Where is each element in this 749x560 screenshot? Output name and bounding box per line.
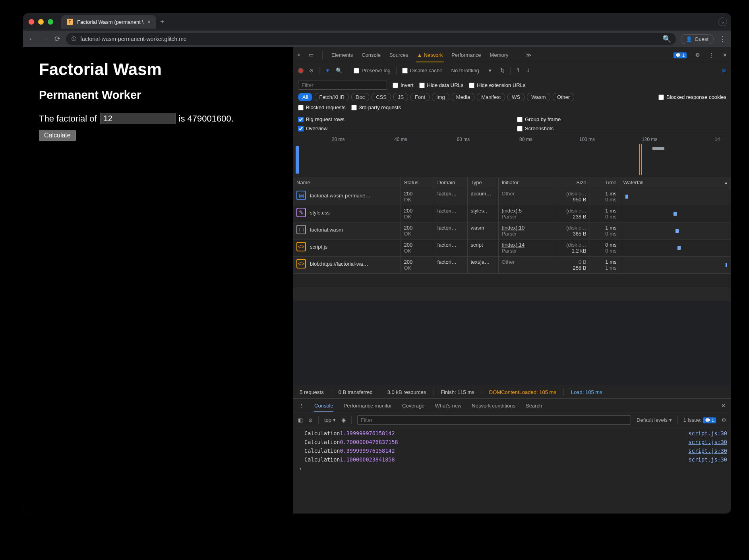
log-source-link[interactable]: script.js:30 <box>688 439 727 445</box>
request-row[interactable]: <>blob:https://factorial-wa…200OKfactori… <box>293 257 731 274</box>
hide-data-urls-checkbox[interactable]: Hide data URLs <box>419 82 464 88</box>
filter-pill-wasm[interactable]: Wasm <box>527 93 550 101</box>
group-by-frame-checkbox[interactable]: Group by frame <box>517 116 726 122</box>
blocked-cookies-checkbox[interactable]: Blocked response cookies <box>658 94 726 100</box>
close-tab-button[interactable]: × <box>147 19 151 25</box>
filter-pill-css[interactable]: CSS <box>372 93 391 101</box>
forward-button[interactable]: → <box>41 35 48 43</box>
network-timeline[interactable]: 20 ms40 ms60 ms80 ms100 ms120 ms14 <box>293 135 731 177</box>
clear-button[interactable]: ⊘ <box>309 68 314 73</box>
console-output[interactable]: Calculation 1.399999976158142script.js:3… <box>293 427 731 514</box>
invert-checkbox[interactable]: Invert <box>393 82 414 88</box>
devtools-tab-sources[interactable]: Sources <box>389 52 408 58</box>
overview-checkbox[interactable]: Overview <box>298 126 507 131</box>
zoom-icon[interactable]: 🔍 <box>662 35 670 43</box>
column-header-status[interactable]: Status <box>401 177 434 188</box>
filter-pill-other[interactable]: Other <box>553 93 575 101</box>
minimize-window-button[interactable] <box>38 19 44 25</box>
network-settings-icon[interactable]: ⚙ <box>722 68 726 73</box>
column-header-size[interactable]: Size <box>554 177 590 188</box>
drawer-tab-search[interactable]: Search <box>526 403 542 409</box>
column-header-waterfall[interactable]: Waterfall ▴ <box>620 177 731 188</box>
clear-console-icon[interactable]: ⊘ <box>308 417 313 423</box>
hide-extension-urls-checkbox[interactable]: Hide extension URLs <box>469 82 525 88</box>
record-button[interactable] <box>298 68 304 73</box>
drawer-tab-console[interactable]: Console <box>314 403 333 409</box>
drawer-menu-button[interactable]: ⋮ <box>299 403 304 409</box>
live-expression-icon[interactable]: ◉ <box>341 417 346 423</box>
log-source-link[interactable]: script.js:30 <box>688 430 727 436</box>
filter-toggle-icon[interactable]: ▼ <box>325 68 330 73</box>
log-source-link[interactable]: script.js:30 <box>688 456 727 463</box>
devtools-tab-console[interactable]: Console <box>362 52 381 58</box>
filter-input[interactable] <box>298 81 387 90</box>
console-sidebar-toggle-icon[interactable]: ◧ <box>298 417 303 423</box>
devtools-tab-network[interactable]: ▲Network <box>417 52 443 58</box>
console-settings-icon[interactable]: ⚙ <box>722 417 726 423</box>
log-source-link[interactable]: script.js:30 <box>688 448 727 454</box>
import-har-icon[interactable]: ⤒ <box>516 68 521 73</box>
console-prompt[interactable]: › <box>299 464 731 472</box>
disable-cache-checkbox[interactable]: Disable cache <box>402 68 443 73</box>
close-drawer-button[interactable]: ✕ <box>721 403 726 409</box>
blocked-requests-checkbox[interactable]: Blocked requests <box>298 104 346 110</box>
filter-pill-ws[interactable]: WS <box>507 93 524 101</box>
drawer-tab-network-conditions[interactable]: Network conditions <box>472 403 515 409</box>
device-toggle-icon[interactable]: ▭ <box>309 52 314 58</box>
close-devtools-button[interactable]: ✕ <box>723 52 727 58</box>
browser-tab[interactable]: F Factorial Wasm (permanent \ × <box>61 15 156 29</box>
request-row[interactable]: <>script.js200OKfactori…script(index):14… <box>293 239 731 257</box>
log-levels-select[interactable]: Default levels ▾ <box>637 417 672 423</box>
browser-menu-button[interactable]: ⋮ <box>718 35 726 43</box>
settings-icon[interactable]: ⚙ <box>695 52 700 58</box>
console-filter-input[interactable] <box>357 415 631 425</box>
filter-pill-media[interactable]: Media <box>452 93 474 101</box>
third-party-checkbox[interactable]: 3rd-party requests <box>351 104 401 110</box>
column-header-domain[interactable]: Domain <box>434 177 467 188</box>
context-select[interactable]: top ▾ <box>324 417 336 423</box>
close-window-button[interactable] <box>29 19 34 25</box>
issues-summary[interactable]: 1 Issue: 💬 1 <box>683 417 716 423</box>
new-tab-button[interactable]: + <box>156 18 168 26</box>
filter-pill-manifest[interactable]: Manifest <box>477 93 505 101</box>
filter-pill-font[interactable]: Font <box>410 93 430 101</box>
screenshots-checkbox[interactable]: Screenshots <box>517 126 726 131</box>
site-info-icon[interactable]: ⓘ <box>72 36 76 42</box>
window-menu-button[interactable]: ⌄ <box>718 17 727 26</box>
filter-pill-all[interactable]: All <box>298 93 312 101</box>
address-bar[interactable]: ⓘ factorial-wasm-permanent-worker.glitch… <box>66 33 676 45</box>
preserve-log-checkbox[interactable]: Preserve log <box>354 68 391 73</box>
back-button[interactable]: ← <box>28 35 36 43</box>
factorial-input[interactable] <box>100 113 176 124</box>
network-conditions-icon[interactable]: ⇅ <box>500 68 505 73</box>
filter-pill-js[interactable]: JS <box>393 93 408 101</box>
throttle-select[interactable]: No throttling ▾ <box>448 67 495 74</box>
export-har-icon[interactable]: ⤓ <box>526 68 530 73</box>
inspect-icon[interactable]: ⌖ <box>297 52 300 58</box>
network-table[interactable]: NameStatusDomainTypeInitiatorSizeTimeWat… <box>293 177 731 386</box>
initiator-link[interactable]: (index):14 <box>502 242 525 248</box>
more-tabs-button[interactable]: ≫ <box>526 52 532 58</box>
devtools-menu-button[interactable]: ⋮ <box>709 52 714 58</box>
devtools-tab-memory[interactable]: Memory <box>490 52 509 58</box>
request-row[interactable]: ✎style.css200OKfactori…styles…(index):5P… <box>293 205 731 222</box>
column-header-type[interactable]: Type <box>467 177 498 188</box>
request-row[interactable]: ⬚factorial.wasm200OKfactori…wasm(index):… <box>293 222 731 239</box>
column-header-time[interactable]: Time <box>590 177 620 188</box>
search-icon[interactable]: 🔍 <box>336 68 342 73</box>
profile-button[interactable]: 👤 Guest <box>681 34 714 44</box>
drawer-tab-coverage[interactable]: Coverage <box>402 403 424 409</box>
column-header-name[interactable]: Name <box>293 177 401 188</box>
initiator-link[interactable]: (index):5 <box>502 208 522 214</box>
reload-button[interactable]: ⟳ <box>53 35 61 43</box>
devtools-tab-performance[interactable]: Performance <box>451 52 481 58</box>
filter-pill-fetchxhr[interactable]: Fetch/XHR <box>315 93 349 101</box>
column-header-initiator[interactable]: Initiator <box>498 177 554 188</box>
filter-pill-img[interactable]: Img <box>432 93 449 101</box>
devtools-tab-elements[interactable]: Elements <box>331 52 353 58</box>
issues-button[interactable]: 💬 1 <box>674 52 687 58</box>
initiator-link[interactable]: (index):10 <box>502 225 525 231</box>
filter-pill-doc[interactable]: Doc <box>351 93 369 101</box>
big-rows-checkbox[interactable]: Big request rows <box>298 116 507 122</box>
drawer-tab-what-s-new[interactable]: What's new <box>435 403 461 409</box>
